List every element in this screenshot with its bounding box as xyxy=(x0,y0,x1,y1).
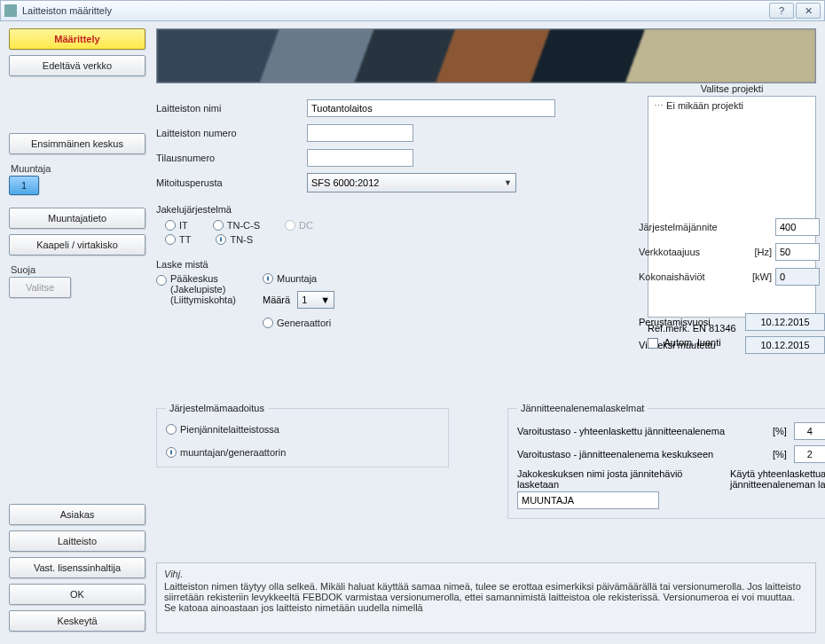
hint-body: Laitteiston nimen täytyy olla selkeä. Mi… xyxy=(164,581,808,613)
warn-total-label: Varoitustaso - yhteenlaskettu jännitteen… xyxy=(517,426,766,436)
grounding-group: Järjestelmämaadoitus Pienjännitelaitteis… xyxy=(156,403,449,467)
total-loss-label: Kokonaishäviöt xyxy=(639,271,745,282)
radio-dc: DC xyxy=(285,220,313,231)
radio-main-center[interactable]: Pääkeskus (Jakelupiste) (Liittymiskohta) xyxy=(156,273,236,328)
main-panel: Valitse projekti Ei mikään projekti Lait… xyxy=(153,21,825,644)
first-center-button[interactable]: Ensimmäinen keskus xyxy=(9,133,145,154)
radio-transformer[interactable]: Muuntaja xyxy=(263,273,334,284)
freq-unit: [Hz] xyxy=(745,247,775,257)
radio-lv-equipment[interactable]: Pienjännitelaitteistossa xyxy=(166,424,439,435)
radio-transformer-generator[interactable]: muuntajan/generaattorin xyxy=(166,447,439,458)
chevron-down-icon: ▼ xyxy=(320,295,330,305)
equipment-number-label: Laitteiston numero xyxy=(156,128,307,138)
ok-button[interactable]: OK xyxy=(9,584,145,605)
qty-label: Määrä xyxy=(263,295,290,305)
titlebar: Laitteiston määrittely ? ✕ xyxy=(0,0,825,21)
transformer-1-button[interactable]: 1 xyxy=(9,176,39,195)
system-voltage-label: Järjestelmäjännite xyxy=(639,222,745,232)
equipment-name-input[interactable] xyxy=(307,99,555,117)
system-voltage-input[interactable] xyxy=(775,218,820,236)
transformer-info-button[interactable]: Muuntajatieto xyxy=(9,208,145,229)
voltage-drop-label: Jännitteenalenemalaskelmat xyxy=(517,403,648,413)
hint-title: Vihj. xyxy=(164,569,808,579)
sidebar: Määrittely Edeltävä verkko Ensimmäinen k… xyxy=(0,21,153,644)
customer-button[interactable]: Asiakas xyxy=(9,504,145,525)
radio-tncs[interactable]: TN-C-S xyxy=(213,220,260,231)
qty-select[interactable]: 1▼ xyxy=(297,291,334,309)
dimensioning-basis-select[interactable]: SFS 6000:2012 ▼ xyxy=(307,173,516,192)
voltage-drop-group: Jännitteenalenemalaskelmat Varoitustaso … xyxy=(507,403,825,519)
project-title: Valitse projekti xyxy=(648,83,816,94)
cable-busbar-button[interactable]: Kaapeli / virtakisko xyxy=(9,234,145,255)
choose-button: Valitse xyxy=(9,277,71,298)
radio-tns[interactable]: TN-S xyxy=(216,234,253,245)
close-button[interactable]: ✕ xyxy=(796,3,821,19)
protection-label: Suoja xyxy=(11,264,145,275)
ref-mark-group: Ref.merk. EN 81346 Autom. luonti xyxy=(648,323,816,349)
warn-total-stepper[interactable]: ▲▼ xyxy=(794,422,825,440)
grid-freq-label: Verkkotaajuus xyxy=(639,247,745,257)
use-total-current-label: Käytä yhteenlaskettua virtaa jännitteena… xyxy=(730,468,825,490)
license-holder-button[interactable]: Vast. lisenssinhaltija xyxy=(9,557,145,578)
loss-unit: [kW] xyxy=(745,271,775,282)
project-none[interactable]: Ei mikään projekti xyxy=(654,100,810,112)
sub-name-label: Jakokeskuksen nimi josta jännitehäviö la… xyxy=(517,468,712,490)
dimensioning-basis-label: Mitoitusperusta xyxy=(156,177,307,188)
sub-name-input[interactable] xyxy=(517,491,659,509)
hint-panel: Vihj. Laitteiston nimen täytyy olla selk… xyxy=(156,562,816,633)
prev-network-button[interactable]: Edeltävä verkko xyxy=(9,55,145,76)
order-number-input[interactable] xyxy=(307,149,413,167)
transformer-label: Muuntaja xyxy=(11,163,145,174)
grounding-label: Järjestelmämaadoitus xyxy=(166,403,268,413)
grid-freq-input[interactable] xyxy=(775,243,820,261)
app-icon xyxy=(4,4,17,17)
ref-title: Ref.merk. EN 81346 xyxy=(648,323,816,334)
equipment-name-label: Laitteiston nimi xyxy=(156,103,307,114)
distribution-system-label: Jakelujärjestelmä xyxy=(156,204,635,215)
radio-it[interactable]: IT xyxy=(165,220,188,231)
equipment-button[interactable]: Laitteisto xyxy=(9,530,145,552)
order-number-label: Tilausnumero xyxy=(156,153,307,163)
auto-create-label: Autom. luonti xyxy=(664,337,720,348)
chevron-down-icon: ▼ xyxy=(504,178,512,187)
cancel-button[interactable]: Keskeytä xyxy=(9,610,145,632)
define-button[interactable]: Määrittely xyxy=(9,28,145,50)
help-button[interactable]: ? xyxy=(769,3,794,19)
auto-create-checkbox[interactable] xyxy=(648,338,658,349)
equipment-number-input[interactable] xyxy=(307,124,413,142)
dimensioning-basis-value: SFS 6000:2012 xyxy=(311,177,379,188)
warn-center-stepper[interactable]: ▲▼ xyxy=(794,445,825,463)
banner-image xyxy=(156,28,816,83)
window-title: Laitteiston määrittely xyxy=(22,5,767,16)
radio-tt[interactable]: TT xyxy=(165,234,191,245)
total-loss-value xyxy=(775,268,820,286)
warn-center-label: Varoitustaso - jännitteenalenema keskuks… xyxy=(517,449,766,459)
pct-label: [%] xyxy=(773,426,787,436)
calculate-from-label: Laske mistä xyxy=(156,259,635,270)
radio-generator[interactable]: Generaattori xyxy=(263,318,334,328)
